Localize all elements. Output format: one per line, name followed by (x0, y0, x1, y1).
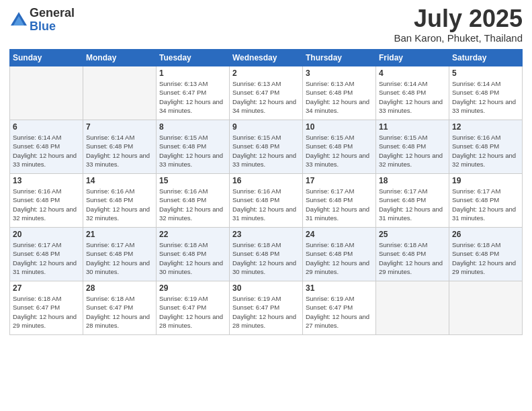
table-row (376, 281, 449, 335)
calendar-week-row: 20Sunrise: 6:17 AMSunset: 6:48 PMDayligh… (10, 228, 523, 281)
day-info: Sunrise: 6:18 AMSunset: 6:48 PMDaylight:… (232, 240, 300, 276)
day-info: Sunrise: 6:16 AMSunset: 6:48 PMDaylight:… (159, 187, 226, 222)
calendar-week-row: 6Sunrise: 6:14 AMSunset: 6:48 PMDaylight… (10, 120, 523, 174)
day-info: Sunrise: 6:18 AMSunset: 6:48 PMDaylight:… (306, 240, 373, 276)
day-info: Sunrise: 6:18 AMSunset: 6:48 PMDaylight:… (452, 240, 519, 276)
day-number: 8 (159, 122, 226, 132)
calendar-week-row: 27Sunrise: 6:18 AMSunset: 6:47 PMDayligh… (10, 281, 523, 335)
table-row: 21Sunrise: 6:17 AMSunset: 6:48 PMDayligh… (83, 228, 157, 281)
table-row: 10Sunrise: 6:15 AMSunset: 6:48 PMDayligh… (303, 120, 376, 174)
day-number: 4 (379, 68, 446, 78)
table-row: 13Sunrise: 6:16 AMSunset: 6:48 PMDayligh… (10, 174, 83, 228)
table-row: 14Sunrise: 6:16 AMSunset: 6:48 PMDayligh… (83, 174, 157, 228)
day-number: 5 (452, 68, 519, 78)
col-thursday: Thursday (303, 50, 376, 66)
day-info: Sunrise: 6:18 AMSunset: 6:47 PMDaylight:… (86, 294, 153, 330)
col-wednesday: Wednesday (230, 50, 303, 66)
table-row: 30Sunrise: 6:19 AMSunset: 6:47 PMDayligh… (230, 281, 303, 335)
table-row: 23Sunrise: 6:18 AMSunset: 6:48 PMDayligh… (230, 228, 303, 281)
day-number: 18 (379, 176, 446, 185)
day-number: 1 (159, 68, 226, 78)
logo: General Blue (9, 7, 75, 34)
table-row (449, 281, 523, 335)
day-info: Sunrise: 6:13 AMSunset: 6:48 PMDaylight:… (306, 79, 373, 115)
day-number: 22 (159, 230, 226, 239)
day-number: 20 (13, 230, 80, 239)
day-info: Sunrise: 6:14 AMSunset: 6:48 PMDaylight:… (86, 133, 153, 169)
table-row: 17Sunrise: 6:17 AMSunset: 6:48 PMDayligh… (303, 174, 376, 228)
day-number: 28 (86, 283, 153, 293)
day-info: Sunrise: 6:15 AMSunset: 6:48 PMDaylight:… (159, 133, 226, 169)
calendar-week-row: 13Sunrise: 6:16 AMSunset: 6:48 PMDayligh… (10, 174, 523, 228)
day-info: Sunrise: 6:13 AMSunset: 6:47 PMDaylight:… (232, 79, 300, 115)
table-row: 20Sunrise: 6:17 AMSunset: 6:48 PMDayligh… (10, 228, 83, 281)
day-number: 11 (379, 122, 446, 132)
table-row: 1Sunrise: 6:13 AMSunset: 6:47 PMDaylight… (157, 66, 230, 120)
day-info: Sunrise: 6:18 AMSunset: 6:48 PMDaylight:… (159, 240, 226, 276)
header: General Blue July 2025 Ban Karon, Phuket… (9, 7, 523, 44)
calendar-table: Sunday Monday Tuesday Wednesday Thursday… (9, 49, 523, 335)
day-info: Sunrise: 6:17 AMSunset: 6:48 PMDaylight:… (13, 240, 80, 276)
day-number: 15 (159, 176, 226, 185)
table-row: 3Sunrise: 6:13 AMSunset: 6:48 PMDaylight… (303, 66, 376, 120)
table-row: 31Sunrise: 6:19 AMSunset: 6:47 PMDayligh… (303, 281, 376, 335)
month-title: July 2025 (394, 7, 523, 31)
table-row: 18Sunrise: 6:17 AMSunset: 6:48 PMDayligh… (376, 174, 449, 228)
logo-icon (9, 11, 28, 30)
day-number: 21 (86, 230, 153, 239)
day-info: Sunrise: 6:19 AMSunset: 6:47 PMDaylight:… (232, 294, 300, 330)
logo-general: General (30, 7, 75, 20)
day-number: 26 (452, 230, 519, 239)
day-number: 29 (159, 283, 226, 293)
day-number: 19 (452, 176, 519, 185)
day-number: 23 (232, 230, 300, 239)
table-row: 12Sunrise: 6:16 AMSunset: 6:48 PMDayligh… (449, 120, 523, 174)
table-row: 19Sunrise: 6:17 AMSunset: 6:48 PMDayligh… (449, 174, 523, 228)
day-number: 10 (306, 122, 373, 132)
day-info: Sunrise: 6:14 AMSunset: 6:48 PMDaylight:… (452, 79, 519, 115)
day-number: 24 (306, 230, 373, 239)
day-info: Sunrise: 6:17 AMSunset: 6:48 PMDaylight:… (306, 187, 373, 222)
calendar-week-row: 1Sunrise: 6:13 AMSunset: 6:47 PMDaylight… (10, 66, 523, 120)
location: Ban Karon, Phuket, Thailand (394, 32, 523, 44)
table-row: 27Sunrise: 6:18 AMSunset: 6:47 PMDayligh… (10, 281, 83, 335)
table-row: 24Sunrise: 6:18 AMSunset: 6:48 PMDayligh… (303, 228, 376, 281)
table-row: 9Sunrise: 6:15 AMSunset: 6:48 PMDaylight… (230, 120, 303, 174)
title-block: July 2025 Ban Karon, Phuket, Thailand (394, 7, 523, 44)
day-info: Sunrise: 6:17 AMSunset: 6:48 PMDaylight:… (452, 187, 519, 222)
table-row: 5Sunrise: 6:14 AMSunset: 6:48 PMDaylight… (449, 66, 523, 120)
page: General Blue July 2025 Ban Karon, Phuket… (0, 0, 532, 411)
day-info: Sunrise: 6:16 AMSunset: 6:48 PMDaylight:… (86, 187, 153, 222)
table-row: 7Sunrise: 6:14 AMSunset: 6:48 PMDaylight… (83, 120, 157, 174)
col-friday: Friday (376, 50, 449, 66)
table-row: 26Sunrise: 6:18 AMSunset: 6:48 PMDayligh… (449, 228, 523, 281)
table-row (83, 66, 157, 120)
day-info: Sunrise: 6:14 AMSunset: 6:48 PMDaylight:… (13, 133, 80, 169)
header-row: Sunday Monday Tuesday Wednesday Thursday… (10, 50, 523, 66)
table-row: 22Sunrise: 6:18 AMSunset: 6:48 PMDayligh… (157, 228, 230, 281)
logo-text: General Blue (30, 7, 75, 34)
logo-blue: Blue (30, 20, 75, 34)
day-info: Sunrise: 6:16 AMSunset: 6:48 PMDaylight:… (13, 187, 80, 222)
day-number: 3 (306, 68, 373, 78)
day-number: 7 (86, 122, 153, 132)
day-number: 27 (13, 283, 80, 293)
day-number: 16 (232, 176, 300, 185)
day-info: Sunrise: 6:15 AMSunset: 6:48 PMDaylight:… (379, 133, 446, 169)
table-row: 11Sunrise: 6:15 AMSunset: 6:48 PMDayligh… (376, 120, 449, 174)
table-row: 16Sunrise: 6:16 AMSunset: 6:48 PMDayligh… (230, 174, 303, 228)
day-info: Sunrise: 6:18 AMSunset: 6:48 PMDaylight:… (379, 240, 446, 276)
col-saturday: Saturday (449, 50, 523, 66)
day-number: 25 (379, 230, 446, 239)
table-row: 6Sunrise: 6:14 AMSunset: 6:48 PMDaylight… (10, 120, 83, 174)
table-row: 8Sunrise: 6:15 AMSunset: 6:48 PMDaylight… (157, 120, 230, 174)
day-number: 2 (232, 68, 300, 78)
day-number: 30 (232, 283, 300, 293)
table-row (10, 66, 83, 120)
day-number: 9 (232, 122, 300, 132)
day-number: 6 (13, 122, 80, 132)
col-tuesday: Tuesday (157, 50, 230, 66)
day-info: Sunrise: 6:15 AMSunset: 6:48 PMDaylight:… (232, 133, 300, 169)
day-number: 12 (452, 122, 519, 132)
day-info: Sunrise: 6:16 AMSunset: 6:48 PMDaylight:… (232, 187, 300, 222)
